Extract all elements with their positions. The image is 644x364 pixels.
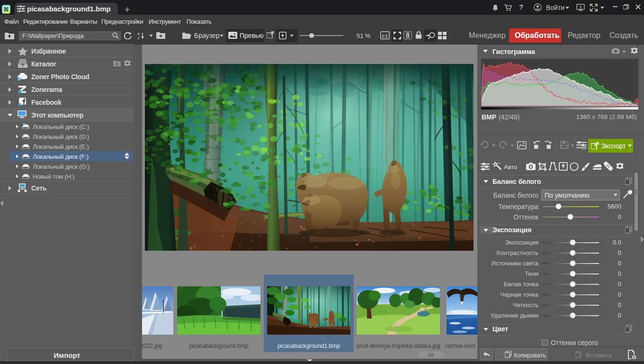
svg-text:2: 2 xyxy=(580,5,582,9)
svg-text:Z: Z xyxy=(137,36,140,39)
svg-text:A: A xyxy=(137,32,140,36)
svg-text:1:1: 1:1 xyxy=(382,34,388,38)
